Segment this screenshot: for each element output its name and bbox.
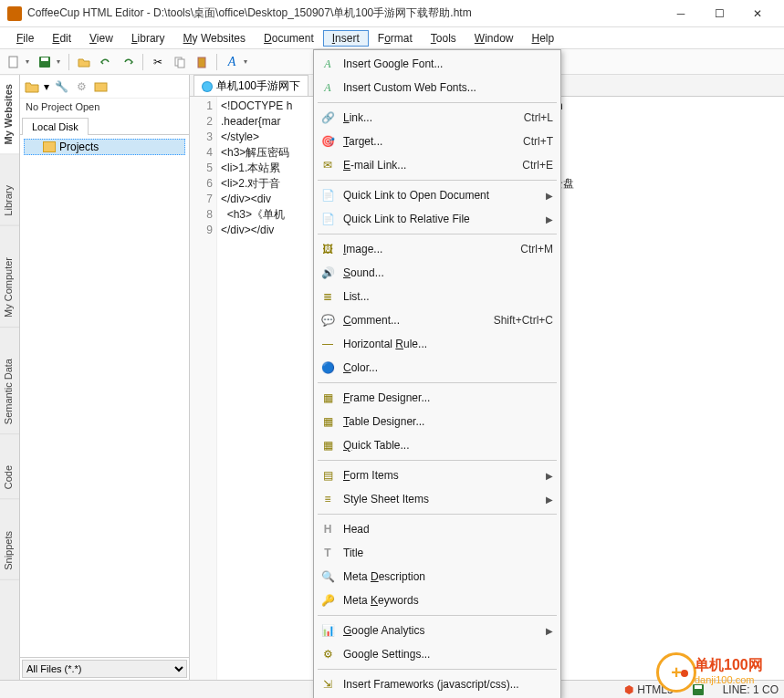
menu-item-meta-keywords[interactable]: 🔑Meta Keywords xyxy=(316,589,559,612)
menu-label: Horizontal Rule... xyxy=(338,338,553,350)
dropdown-icon[interactable]: ▾ xyxy=(44,80,49,93)
side-panel: ▾ 🔧 ⚙ No Project Open Local Disk Project… xyxy=(20,75,190,680)
dropdown-icon[interactable]: ▾ xyxy=(244,57,251,66)
menu-separator xyxy=(318,669,557,670)
window-title: CoffeeCup HTML Editor - D:\tools\桌面\offi… xyxy=(27,5,662,21)
menu-document[interactable]: Document xyxy=(255,30,323,47)
tab-local-disk[interactable]: Local Disk xyxy=(22,118,89,135)
dropdown-icon[interactable]: ▾ xyxy=(57,57,64,66)
menu-item-quick-link-to-relative-file[interactable]: 📄Quick Link to Relative File▶ xyxy=(316,207,559,231)
menu-item-link[interactable]: 🔗Link...Ctrl+L xyxy=(316,106,559,130)
menu-file[interactable]: File xyxy=(7,30,43,47)
menu-item-meta-description[interactable]: 🔍Meta Description xyxy=(316,565,559,589)
menu-item-comment[interactable]: 💬Comment...Shift+Ctrl+C xyxy=(316,308,559,332)
ie-icon xyxy=(202,81,213,92)
list-icon: ≣ xyxy=(318,290,338,303)
sidetab-code[interactable]: Code xyxy=(0,456,19,499)
wrench-icon[interactable]: 🔧 xyxy=(53,78,69,95)
font-icon: A xyxy=(318,81,338,95)
menu-separator xyxy=(318,102,557,103)
menu-insert[interactable]: Insert xyxy=(323,30,369,47)
close-button[interactable]: ✕ xyxy=(738,2,777,26)
paste-icon[interactable] xyxy=(192,52,212,72)
file-filter-select[interactable]: All Files (*.*) xyxy=(22,660,187,678)
side-tabstrip: My WebsitesLibraryMy ComputerSemantic Da… xyxy=(0,75,20,680)
settings-icon[interactable]: ⚙ xyxy=(73,78,89,95)
copy-icon[interactable] xyxy=(170,52,190,72)
folder-open-icon[interactable] xyxy=(24,78,40,95)
menu-item-form-items[interactable]: ▤Form Items▶ xyxy=(316,464,559,487)
menu-item-google-settings[interactable]: ⚙Google Settings... xyxy=(316,642,559,666)
minimize-button[interactable]: ─ xyxy=(662,2,700,26)
submenu-arrow-icon: ▶ xyxy=(540,495,553,505)
menu-help[interactable]: Help xyxy=(523,30,564,47)
app-icon xyxy=(7,6,22,21)
project-tree[interactable]: Projects xyxy=(20,135,189,657)
menu-label: Style Sheet Items xyxy=(338,493,540,505)
menu-item-frame-designer[interactable]: ▦Frame Designer... xyxy=(316,386,559,410)
menu-item-quick-table[interactable]: ▦Quick Table... xyxy=(316,433,559,457)
svg-rect-2 xyxy=(41,57,48,61)
sidetab-my-websites[interactable]: My Websites xyxy=(0,75,19,154)
file-tab-active[interactable]: 单机100手游网下 xyxy=(193,75,308,96)
menu-item-insert-custom-web-fonts[interactable]: AInsert Custom Web Fonts... xyxy=(316,76,559,99)
tree-label: Projects xyxy=(59,141,99,153)
sidetab-snippets[interactable]: Snippets xyxy=(0,522,19,580)
font-icon[interactable]: A xyxy=(222,52,242,72)
folder-icon[interactable] xyxy=(93,78,110,95)
key-icon: 🔑 xyxy=(318,594,338,607)
submenu-arrow-icon: ▶ xyxy=(540,214,553,224)
cut-icon[interactable]: ✂ xyxy=(148,52,168,72)
menu-my-websites[interactable]: My Websites xyxy=(174,30,255,47)
menu-item-google-analytics[interactable]: 📊Google Analytics▶ xyxy=(316,619,559,642)
menu-view[interactable]: View xyxy=(80,30,122,47)
shortcut-label: Shift+Ctrl+C xyxy=(494,314,553,327)
disk-icon xyxy=(692,683,705,696)
sidetab-my-computer[interactable]: My Computer xyxy=(0,248,19,328)
menu-window[interactable]: Window xyxy=(465,30,523,47)
t-icon: T xyxy=(318,547,338,559)
menu-item-title[interactable]: TTitle xyxy=(316,541,559,565)
menu-separator xyxy=(318,514,557,515)
menu-label: Insert Frameworks (javascript/css)... xyxy=(338,678,553,691)
sidetab-library[interactable]: Library xyxy=(0,176,19,226)
menu-format[interactable]: Format xyxy=(369,30,422,47)
menu-label: Meta Keywords xyxy=(338,594,553,607)
tree-item-projects[interactable]: Projects xyxy=(24,139,185,155)
menu-item-insert-google-font[interactable]: AInsert Google Font... xyxy=(316,52,559,76)
folder-icon xyxy=(43,141,56,152)
svg-rect-8 xyxy=(695,685,702,689)
menu-item-color[interactable]: 🔵Color... xyxy=(316,356,559,380)
maximize-button[interactable]: ☐ xyxy=(700,2,738,26)
menu-item-list[interactable]: ≣List... xyxy=(316,285,559,308)
menu-item-style-sheet-items[interactable]: ≡Style Sheet Items▶ xyxy=(316,487,559,511)
line-number: 8 xyxy=(190,207,213,223)
menu-item-head[interactable]: HHead xyxy=(316,517,559,541)
menu-item-quick-link-to-open-document[interactable]: 📄Quick Link to Open Document▶ xyxy=(316,183,559,207)
dropdown-icon[interactable]: ▾ xyxy=(26,57,33,66)
hr-icon: — xyxy=(318,338,338,350)
menu-item-sound[interactable]: 🔊Sound... xyxy=(316,261,559,285)
menu-item-table-designer[interactable]: ▦Table Designer... xyxy=(316,410,559,433)
file-filter: All Files (*.*) xyxy=(20,657,189,680)
menu-item-horizontal-rule[interactable]: —Horizontal Rule... xyxy=(316,332,559,356)
ga-icon: 📊 xyxy=(318,624,338,637)
menu-library[interactable]: Library xyxy=(122,30,174,47)
open-icon[interactable] xyxy=(74,52,94,72)
new-file-icon[interactable] xyxy=(4,52,24,72)
file-icon: 📄 xyxy=(318,213,338,225)
save-icon[interactable] xyxy=(35,52,55,72)
menu-edit[interactable]: Edit xyxy=(43,30,80,47)
redo-icon[interactable] xyxy=(118,52,138,72)
menu-item-insert-frameworks-javascript-css[interactable]: ⇲Insert Frameworks (javascript/css)... xyxy=(316,672,559,696)
menu-label: Image... xyxy=(338,243,520,255)
menu-item-image[interactable]: 🖼Image...Ctrl+M xyxy=(316,237,559,261)
menu-item-e-mail-link[interactable]: ✉E-mail Link...Ctrl+E xyxy=(316,153,559,177)
menu-tools[interactable]: Tools xyxy=(422,30,465,47)
undo-icon[interactable] xyxy=(96,52,116,72)
menu-label: Google Analytics xyxy=(338,624,540,637)
gear-icon: ⚙ xyxy=(318,648,338,661)
sidetab-semantic-data[interactable]: Semantic Data xyxy=(0,349,19,434)
submenu-arrow-icon: ▶ xyxy=(540,626,553,636)
menu-item-target[interactable]: 🎯Target...Ctrl+T xyxy=(316,130,559,153)
